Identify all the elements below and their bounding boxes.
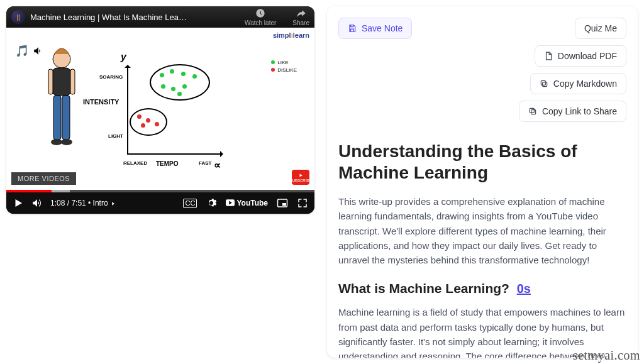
y-tick-low: LIGHT	[108, 133, 123, 139]
svg-rect-2	[48, 69, 53, 94]
gear-icon[interactable]	[206, 197, 217, 209]
file-icon	[544, 52, 553, 60]
copy-icon	[528, 107, 537, 116]
timestamp-link[interactable]: 0s	[517, 282, 531, 295]
brand-logo: simplilearn	[273, 31, 309, 39]
subscribe-label: SUBSCRIBE	[290, 179, 312, 182]
x-sym: ∝	[214, 159, 221, 171]
svg-rect-15	[531, 110, 536, 114]
copy-icon	[540, 79, 548, 88]
chevron-right-icon	[110, 201, 116, 207]
subscribe-badge[interactable]: SUBSCRIBE	[292, 170, 309, 185]
x-tick-high: FAST	[199, 160, 211, 166]
watch-later-button[interactable]: Watch later	[245, 8, 276, 26]
quiz-me-button[interactable]: Quiz Me	[575, 18, 626, 39]
copy-markdown-button[interactable]: Copy Markdown	[530, 73, 626, 94]
save-icon	[348, 24, 357, 33]
miniplayer-icon[interactable]	[277, 197, 288, 209]
captions-button[interactable]: CC	[183, 199, 197, 208]
notes-panel: Save Note Quiz Me Download PDF Copy Mark…	[327, 6, 638, 358]
legend-like: LIKE	[277, 60, 288, 65]
share-button[interactable]: Share	[292, 8, 309, 26]
svg-rect-13	[543, 82, 547, 87]
svg-point-6	[51, 139, 62, 145]
x-axis-label: TEMPO	[156, 160, 179, 167]
article-title: Understanding the Basics of Machine Lear…	[338, 141, 626, 183]
svg-rect-1	[52, 68, 71, 96]
svg-rect-14	[541, 80, 545, 85]
progress-bar[interactable]	[6, 190, 314, 192]
video-controls: 1:08 / 7:51 • Intro CC YouTube	[6, 192, 314, 214]
plot-legend: LIKE DISLIKE	[271, 59, 297, 74]
volume-icon[interactable]	[31, 197, 43, 209]
copy-link-button[interactable]: Copy Link to Share	[519, 101, 626, 122]
video-frame[interactable]: simplilearn 🎵 y SOARING I	[6, 28, 314, 190]
svg-marker-8	[300, 174, 303, 177]
svg-rect-12	[282, 203, 286, 206]
y-tick-mid: INTENSITY	[83, 98, 119, 106]
youtube-logo[interactable]: YouTube	[226, 199, 268, 207]
fullscreen-icon[interactable]	[297, 197, 308, 209]
video-header: || Machine Learning | What Is Machine Le…	[6, 6, 314, 28]
music-icon: 🎵	[15, 44, 44, 58]
svg-rect-16	[530, 108, 534, 113]
more-videos-button[interactable]: MORE VIDEOS	[11, 172, 76, 185]
play-icon[interactable]	[13, 197, 24, 209]
share-label: Share	[292, 19, 309, 26]
section-heading: What is Machine Learning? 0s	[338, 281, 626, 296]
svg-point-7	[61, 139, 72, 145]
article-lead: This write-up provides a comprehensive e…	[338, 194, 626, 267]
download-pdf-button[interactable]: Download PDF	[535, 45, 626, 67]
person-illustration	[43, 47, 80, 166]
svg-rect-4	[53, 96, 61, 140]
watch-later-label: Watch later	[245, 19, 276, 26]
y-tick-high: SOARING	[99, 74, 123, 80]
legend-dislike: DISLIKE	[277, 67, 297, 73]
save-note-button[interactable]: Save Note	[338, 18, 412, 39]
video-player: || Machine Learning | What Is Machine Le…	[6, 6, 314, 214]
svg-rect-3	[70, 69, 75, 94]
time-display: 1:08 / 7:51 • Intro	[50, 199, 116, 207]
x-tick-low: RELAXED	[123, 160, 147, 166]
scatter-plot: y SOARING INTENSITY LIGHT RELAXED TEMPO …	[101, 53, 233, 166]
watermark: setmyai.com	[573, 348, 640, 363]
channel-avatar[interactable]: ||	[11, 10, 25, 24]
video-title: Machine Learning | What Is Machine Lea…	[30, 13, 245, 22]
svg-rect-5	[62, 96, 70, 140]
